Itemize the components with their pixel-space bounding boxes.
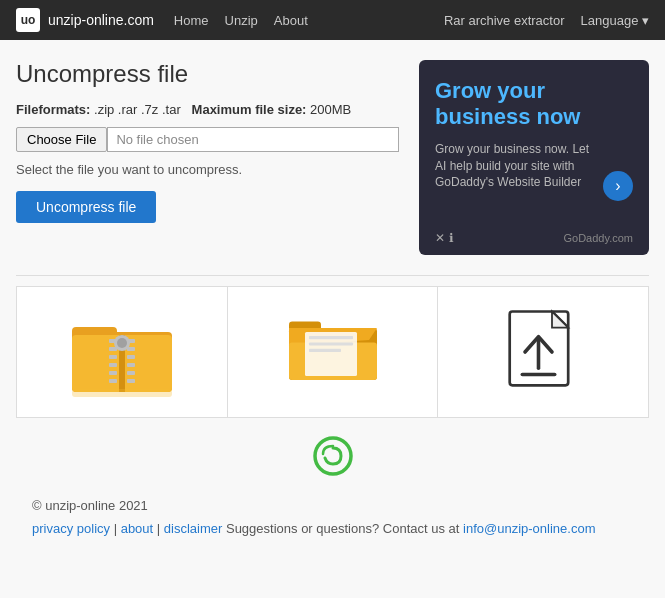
fileformats-line: Fileformats: .zip .rar .7z .tar Maximum … bbox=[16, 102, 399, 117]
ad-headline: Grow your business now bbox=[435, 78, 633, 131]
main-container: Uncompress file Fileformats: .zip .rar .… bbox=[0, 40, 665, 552]
svg-rect-11 bbox=[109, 379, 117, 383]
footer-copyright: © unzip-online 2021 bbox=[32, 498, 633, 513]
site-name: unzip-online.com bbox=[48, 12, 154, 28]
open-folder-cell bbox=[228, 287, 439, 417]
svg-rect-15 bbox=[127, 363, 135, 367]
left-panel: Uncompress file Fileformats: .zip .rar .… bbox=[16, 60, 399, 255]
svg-rect-24 bbox=[309, 336, 353, 339]
fileformats-label: Fileformats: bbox=[16, 102, 90, 117]
svg-rect-7 bbox=[109, 347, 117, 351]
svg-rect-18 bbox=[72, 389, 172, 397]
fileformats-value: .zip .rar .7z .tar bbox=[94, 102, 181, 117]
svg-rect-8 bbox=[109, 355, 117, 359]
footer-email-link[interactable]: info@unzip-online.com bbox=[463, 521, 595, 536]
upload-doc-cell bbox=[438, 287, 648, 417]
page-title: Uncompress file bbox=[16, 60, 399, 88]
svg-rect-12 bbox=[127, 339, 135, 343]
footer-about-link[interactable]: about bbox=[121, 521, 154, 536]
ad-brand: GoDaddy.com bbox=[564, 232, 634, 244]
open-folder-icon bbox=[283, 312, 383, 392]
svg-point-31 bbox=[315, 438, 351, 474]
images-section: Ad ✕ bbox=[16, 286, 649, 488]
maxsize-label: Maximum file size: bbox=[192, 102, 307, 117]
svg-rect-16 bbox=[127, 371, 135, 375]
svg-rect-25 bbox=[309, 343, 353, 346]
select-file-text: Select the file you want to uncompress. bbox=[16, 162, 399, 177]
ad-panel: Grow your business now Grow your busines… bbox=[419, 60, 649, 255]
logo-icon: uo bbox=[16, 8, 40, 32]
nav-right: Rar archive extractor Language bbox=[444, 13, 649, 28]
nav-home[interactable]: Home bbox=[174, 13, 209, 28]
upload-doc-icon bbox=[498, 307, 588, 397]
svg-rect-13 bbox=[127, 347, 135, 351]
nav-links: Home Unzip About bbox=[174, 13, 308, 28]
images-row bbox=[16, 286, 649, 418]
footer-contact-text: Suggestions or questions? Contact us at … bbox=[226, 521, 596, 536]
footer-privacy-link[interactable]: privacy policy bbox=[32, 521, 110, 536]
svg-rect-14 bbox=[127, 355, 135, 359]
svg-rect-10 bbox=[109, 371, 117, 375]
footer: © unzip-online 2021 privacy policy | abo… bbox=[16, 488, 649, 552]
svg-point-5 bbox=[117, 338, 127, 348]
nav-language-dropdown[interactable]: Language bbox=[581, 13, 649, 28]
section-divider bbox=[16, 275, 649, 276]
ad-close-icon[interactable]: ✕ bbox=[435, 231, 445, 245]
footer-links: privacy policy | about | disclaimer Sugg… bbox=[32, 521, 633, 536]
spiral-icon-row bbox=[16, 428, 649, 488]
file-name-display: No file chosen bbox=[107, 127, 399, 152]
nav-about[interactable]: About bbox=[274, 13, 308, 28]
ad-body-text: Grow your business now. Let AI help buil… bbox=[435, 141, 603, 191]
svg-rect-9 bbox=[109, 363, 117, 367]
nav-rar-extractor[interactable]: Rar archive extractor bbox=[444, 13, 565, 28]
ad-info-icon[interactable]: ℹ bbox=[449, 231, 454, 245]
maxsize-value: 200MB bbox=[310, 102, 351, 117]
zip-folder-cell bbox=[17, 287, 228, 417]
nav-unzip[interactable]: Unzip bbox=[225, 13, 258, 28]
spiral-icon bbox=[313, 436, 353, 476]
svg-rect-26 bbox=[309, 349, 341, 352]
zip-folder-icon bbox=[67, 307, 177, 397]
ad-cta-button[interactable]: › bbox=[603, 171, 633, 201]
ad-footer-row: ✕ ℹ GoDaddy.com bbox=[435, 231, 633, 245]
svg-marker-28 bbox=[552, 312, 568, 328]
svg-rect-6 bbox=[109, 339, 117, 343]
uncompress-button[interactable]: Uncompress file bbox=[16, 191, 156, 223]
svg-rect-17 bbox=[127, 379, 135, 383]
footer-disclaimer-link[interactable]: disclaimer bbox=[164, 521, 223, 536]
nav-logo: uo unzip-online.com bbox=[16, 8, 154, 32]
content-area: Uncompress file Fileformats: .zip .rar .… bbox=[16, 60, 649, 255]
file-input-row: Choose File No file chosen bbox=[16, 127, 399, 152]
choose-file-button[interactable]: Choose File bbox=[16, 127, 107, 152]
navbar: uo unzip-online.com Home Unzip About Rar… bbox=[0, 0, 665, 40]
